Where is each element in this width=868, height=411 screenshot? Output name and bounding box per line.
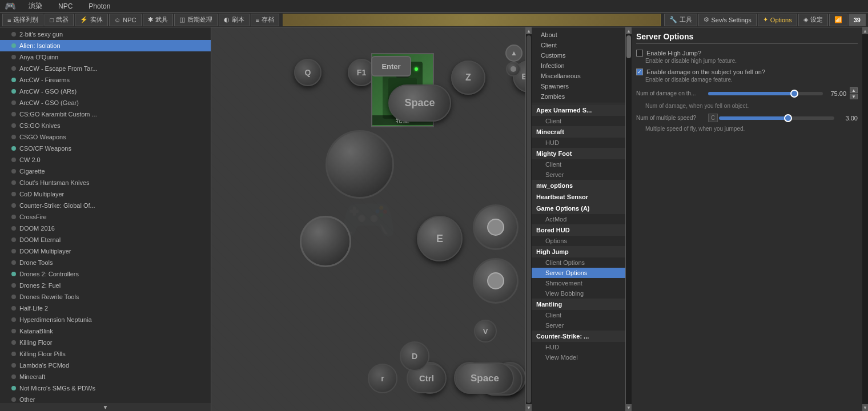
addon-item[interactable]: ArcCW - GSO (Gear) <box>0 97 211 108</box>
addon-item[interactable]: Counter-Strike: Global Of... <box>0 200 211 211</box>
nav-cs-viewmodel[interactable]: View Model <box>532 352 625 362</box>
slider-speed-key-c[interactable]: C <box>708 114 718 122</box>
key-space-bottom[interactable]: Space <box>456 362 514 394</box>
nav-scrollbar-thumb[interactable] <box>527 35 531 403</box>
addon-list[interactable]: 2-bit's sexy gun Alien: Isolation Anya O… <box>0 27 211 403</box>
addon-item[interactable]: ArcCW - Firearms <box>0 74 211 86</box>
toolbar-postprocess[interactable]: ◫ 后期处理 <box>174 14 218 26</box>
nav-scroll-right-up[interactable]: ▲ <box>626 27 632 34</box>
toolbar-npc[interactable]: ☺ NPC <box>109 14 141 26</box>
options-scroll-down[interactable]: ▼ <box>862 404 868 411</box>
nav-bh-options[interactable]: Options <box>532 236 625 246</box>
left-side-dial[interactable] <box>300 216 351 267</box>
addon-item[interactable]: Drones 2: Controllers <box>0 268 211 280</box>
nav-customs[interactable]: Customs <box>532 50 625 61</box>
addon-item[interactable]: CrossFire <box>0 211 211 223</box>
addon-item[interactable]: CSGO Weapons <box>0 131 211 143</box>
checkbox-highjump[interactable] <box>636 50 643 57</box>
menu-render[interactable]: 演染 <box>25 0 46 12</box>
addon-item[interactable]: CoD Multiplayer <box>0 188 211 200</box>
toolbar-entity[interactable]: ⚡ 实体 <box>75 14 108 26</box>
key-d[interactable]: D <box>400 341 429 371</box>
addon-item[interactable]: Drone Tools <box>0 257 211 268</box>
nav-scroll-right-thumb[interactable] <box>626 35 631 58</box>
addon-item[interactable]: Minecraft <box>0 371 211 382</box>
toolbar-select[interactable]: ≡ 选择列别 <box>2 14 43 26</box>
addon-item[interactable]: CS:GO Karambit Custom ... <box>0 108 211 120</box>
toolbar-config[interactable]: ◈ 设定 <box>798 14 828 26</box>
key-space[interactable]: Space <box>388 84 451 122</box>
addon-item[interactable]: Drones 2: Fuel <box>0 280 211 291</box>
nav-hj-serveroptions[interactable]: Server Options <box>532 268 625 278</box>
left-dial[interactable] <box>326 130 394 199</box>
menu-npc[interactable]: NPC <box>55 1 76 11</box>
addon-item[interactable]: Other <box>0 394 211 403</box>
nav-cs-hud[interactable]: HUD <box>532 342 625 352</box>
toolbar-tools2[interactable]: ✱ 武具 <box>143 14 173 26</box>
addon-item[interactable]: Clout's Huntsman Knives <box>0 177 211 188</box>
addon-item[interactable]: Killing Floor Pills <box>0 348 211 360</box>
toolbar-tool2[interactable]: 🔧 工具 <box>664 14 697 26</box>
nav-menu[interactable]: About Client Customs Infection Miscellan… <box>532 27 626 411</box>
addon-item[interactable]: Killing Floor <box>0 337 211 348</box>
key-enter[interactable]: Enter <box>371 56 411 76</box>
nav-mantling-client[interactable]: Client <box>532 310 625 320</box>
key-z[interactable]: Z <box>451 61 485 95</box>
nav-hj-clientoptions[interactable]: Client Options <box>532 257 625 268</box>
key-r[interactable]: r <box>368 364 397 393</box>
addon-item[interactable]: Half-Life 2 <box>0 303 211 314</box>
slider-damage-up[interactable]: ▲ <box>850 87 858 93</box>
addon-item[interactable]: Lambda's PCMod <box>0 360 211 371</box>
nav-scroll-right-down[interactable]: ▼ <box>626 404 632 411</box>
nav-shmovement[interactable]: Shmovement <box>532 278 625 288</box>
toolbar-save[interactable]: ≡ 存档 <box>251 14 279 26</box>
right-thumbstick-1[interactable] <box>473 204 519 250</box>
nav-mf-server[interactable]: Server <box>532 170 625 180</box>
nav-viewbobbing[interactable]: View Bobbing <box>532 288 625 299</box>
slider-speed-track[interactable] <box>719 116 834 120</box>
addon-item[interactable]: ArcCW - GSO (ARs) <box>0 86 211 97</box>
menu-photon[interactable]: Photon <box>85 1 114 11</box>
key-v[interactable]: V <box>474 320 497 342</box>
nav-infection[interactable]: Infection <box>532 61 625 71</box>
addon-item[interactable]: CS:GO Knives <box>0 120 211 131</box>
slider-damage-thumb[interactable] <box>790 90 798 98</box>
addon-item[interactable]: 2-bit's sexy gun <box>0 29 211 40</box>
toolbar-sevsettings[interactable]: ⚙ Sev/s Settings <box>698 14 757 26</box>
addon-item[interactable]: DOOM Multiplayer <box>0 245 211 257</box>
addon-item[interactable]: DOOM Eternal <box>0 234 211 245</box>
slider-damage-down[interactable]: ▼ <box>850 94 858 99</box>
addon-item[interactable]: CSO/CF Weapons <box>0 143 211 154</box>
nav-mc-hud[interactable]: HUD <box>532 138 625 148</box>
addon-item[interactable]: Hyperdimension Neptunia <box>0 314 211 325</box>
addon-item[interactable]: Not Micro's SMGs & PDWs <box>0 382 211 394</box>
toolbar-wifi[interactable]: 📶 <box>829 14 847 26</box>
nav-spawners[interactable]: Spawners <box>532 81 625 91</box>
nav-apex-client[interactable]: Client <box>532 116 625 126</box>
key-e[interactable]: E <box>417 216 463 261</box>
addon-item[interactable]: Anya O'Quinn <box>0 51 211 63</box>
addon-item[interactable]: Cigarette <box>0 166 211 177</box>
nav-actmod[interactable]: ActMod <box>532 214 625 224</box>
slider-speed-thumb[interactable] <box>784 114 792 122</box>
nav-mf-client[interactable]: Client <box>532 159 625 170</box>
toolbar-weapons[interactable]: □ 武器 <box>45 14 74 26</box>
top-right-scroll[interactable] <box>506 62 521 76</box>
slider-damage-track[interactable] <box>708 92 823 95</box>
addon-item[interactable]: ArcCW - Escape From Tar... <box>0 63 211 74</box>
nav-scroll-up-btn[interactable]: ▲ <box>526 27 532 34</box>
addon-item-selected[interactable]: Alien: Isolation <box>0 40 211 51</box>
scroll-up-btn[interactable]: ▲ <box>505 45 523 62</box>
nav-about[interactable]: About <box>532 30 625 40</box>
addon-item[interactable]: Drones Rewrite Tools <box>0 291 211 303</box>
key-q[interactable]: Q <box>294 59 322 86</box>
nav-scroll-down-btn[interactable]: ▼ <box>526 404 532 411</box>
toolbar-options[interactable]: ✦ Options <box>758 14 797 26</box>
addon-item[interactable]: CW 2.0 <box>0 154 211 166</box>
options-scroll-up[interactable]: ▲ <box>862 27 868 34</box>
nav-zombies[interactable]: Zombies <box>532 91 625 102</box>
addon-list-scroll-down[interactable]: ▼ <box>0 403 211 411</box>
checkbox-damage[interactable] <box>636 68 643 75</box>
toolbar-script[interactable]: ◐ 刷本 <box>219 14 250 26</box>
nav-misc[interactable]: Miscellaneous <box>532 71 625 81</box>
